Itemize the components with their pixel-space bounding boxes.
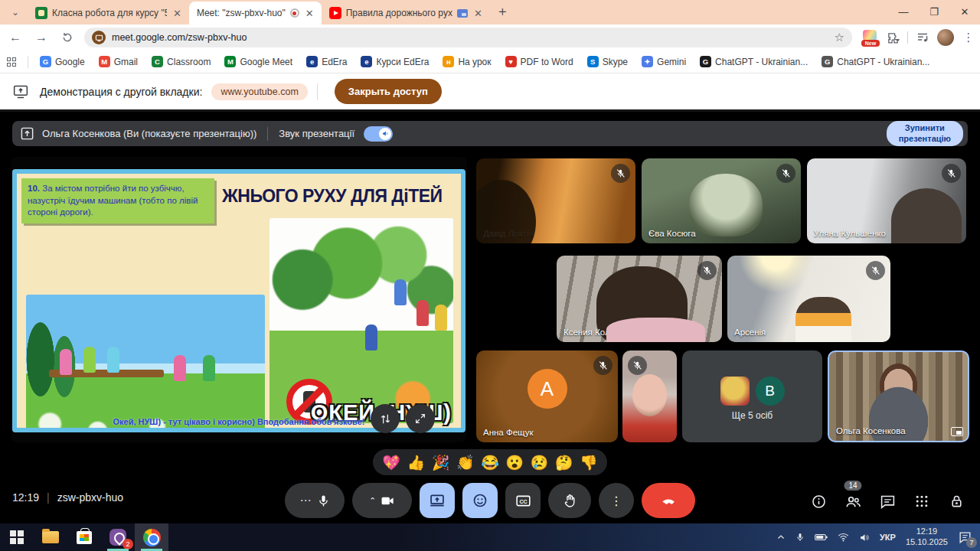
volume-icon[interactable] [859,533,870,543]
tab-youtube[interactable]: Правила дорожнього рух ✕ [322,2,490,24]
reload-icon[interactable] [57,27,78,48]
back-icon[interactable]: ← [5,27,26,48]
presentation-audio-toggle[interactable] [364,126,393,142]
bookmark-item[interactable]: GGoogle [40,56,85,67]
shared-presentation-panel[interactable]: 10. За містом потрібно йти по узбіччю, н… [11,157,467,442]
reaction-emoji-button[interactable]: 😂 [481,455,499,470]
reaction-emoji-button[interactable]: 💖 [382,455,400,470]
bookmark-star-icon[interactable]: ☆ [835,31,844,44]
video-tile[interactable] [622,350,677,442]
tab-classroom[interactable]: Класна робота для курсу "5 к ✕ [28,2,189,24]
reaction-emoji-button[interactable]: 👍 [407,455,425,470]
video-tile[interactable]: Давід Локтін [476,158,635,243]
present-button[interactable] [420,483,455,518]
forward-icon[interactable]: → [31,27,52,48]
youtube-icon [329,7,341,19]
browser-menu-kebab-icon[interactable]: ⋮ [959,28,978,47]
call-time: 12:19 [12,491,39,504]
wifi-icon[interactable] [838,533,849,542]
present-icon [430,493,445,508]
participant-name: Ольга Косенкова [836,426,906,435]
address-bar[interactable]: meet.google.com/zsw-pbxv-huo ☆ [84,28,852,47]
more-options-button[interactable]: ⋮ [599,483,634,518]
swap-tile-button[interactable] [371,404,400,433]
bookmark-favicon: S [587,56,599,67]
close-tab-icon[interactable]: ✕ [304,8,315,19]
extension-new-icon[interactable]: New [861,30,878,45]
close-window-button[interactable]: ✕ [949,0,980,23]
sharing-banner-text: Демонстрация с другой вкладки: [40,86,202,98]
bookmark-favicon: ♥ [505,56,517,67]
notification-center-button[interactable]: 7 [958,530,972,545]
reactions-button[interactable] [462,483,498,518]
fullscreen-button[interactable] [406,404,435,433]
bookmark-item[interactable]: MGoogle Meet [224,56,292,67]
browser-tab-strip: ⌄ Класна робота для курсу "5 к ✕ Meet: "… [0,0,980,24]
reaction-emoji-button[interactable]: 👏 [456,455,475,470]
battery-icon[interactable] [815,533,828,542]
language-indicator[interactable]: УКР [880,533,896,542]
activities-button[interactable] [912,491,932,511]
tray-mic-icon[interactable] [795,532,805,543]
reaction-emoji-button[interactable]: 😢 [531,455,549,470]
participants-button[interactable]: 14 [843,491,863,511]
reaction-emoji-button[interactable]: 🤔 [555,455,573,470]
file-explorer-button[interactable] [34,523,67,551]
raise-hand-button[interactable] [548,483,591,518]
stop-presentation-button[interactable]: Зупинитипрезентацію [887,121,963,145]
bookmark-label: ChatGPT - Ukrainian... [837,57,929,67]
minimize-button[interactable]: — [888,0,919,23]
profile-avatar[interactable] [936,28,956,47]
tab-meet[interactable]: Meet: "zsw-pbxv-huo" ✕ [189,2,322,24]
participant-name: Єва Косюга [648,229,696,238]
camera-options-icon[interactable]: ⌃ [369,496,376,506]
clock[interactable]: 12:1915.10.2025 [906,527,948,548]
camera-button[interactable]: ⌃ [352,483,412,518]
video-tile[interactable]: Уляна Кульшенко [807,158,966,243]
svg-text:CC: CC [519,498,527,504]
self-video-tile[interactable]: Ольга Косенкова [828,350,969,442]
bookmark-item[interactable]: CClassroom [152,56,211,67]
classroom-icon [35,7,47,19]
reaction-emoji-button[interactable]: 🎉 [432,455,450,470]
extensions-puzzle-icon[interactable] [883,28,903,47]
bookmark-item[interactable]: eEdEra [306,56,347,67]
bookmark-item[interactable]: MGmail [99,56,138,67]
bookmark-item[interactable]: нНа урок [443,56,491,67]
reaction-emoji-button[interactable]: 👎 [580,455,598,470]
chat-button[interactable] [877,491,897,511]
new-tab-button[interactable]: ＋ [496,2,509,20]
close-tab-icon[interactable]: ✕ [172,8,183,19]
hidden-icons-chevron[interactable] [776,533,786,542]
mic-options-icon[interactable]: ⋯ [300,494,312,507]
captions-button[interactable]: CC [505,483,541,518]
reaction-emoji-button[interactable]: 😮 [505,455,524,470]
host-controls-button[interactable] [946,491,966,511]
start-button[interactable] [0,523,34,551]
close-tab-icon[interactable]: ✕ [472,8,484,19]
pip-icon[interactable] [951,427,963,436]
maximize-button[interactable]: ❐ [919,0,949,23]
media-controls-icon[interactable] [913,28,933,47]
video-tile[interactable]: Єва Косюга [642,158,801,243]
stop-sharing-button[interactable]: Закрыть доступ [335,79,442,104]
video-tile[interactable]: Арсенія [727,256,890,342]
more-participants-tile[interactable]: B Ще 5 осіб [682,350,822,442]
video-tile[interactable]: А Анна Фещук [476,350,618,442]
bookmark-item[interactable]: SSkype [587,56,628,67]
apps-grid-icon[interactable] [0,57,23,67]
mic-button[interactable]: ⋯ [285,483,345,518]
tab-search-caret-icon[interactable]: ⌄ [5,2,26,22]
chrome-button[interactable] [135,523,168,551]
bookmark-favicon: н [443,56,454,67]
video-tile[interactable]: Ксения Коломиец [557,256,722,342]
bookmark-item[interactable]: ♥PDF to Word [505,56,573,67]
bookmark-item[interactable]: GChatGPT - Ukrainian... [700,56,808,67]
viber-button[interactable]: 2 [101,523,135,551]
bookmark-item[interactable]: ✦Gemini [642,56,686,67]
end-call-button[interactable] [642,483,695,518]
bookmark-item[interactable]: GChatGPT - Ukrainian... [822,56,929,67]
microsoft-store-button[interactable] [67,523,101,551]
bookmark-item[interactable]: eКурси EdEra [361,56,429,67]
call-info-button[interactable] [808,491,828,511]
